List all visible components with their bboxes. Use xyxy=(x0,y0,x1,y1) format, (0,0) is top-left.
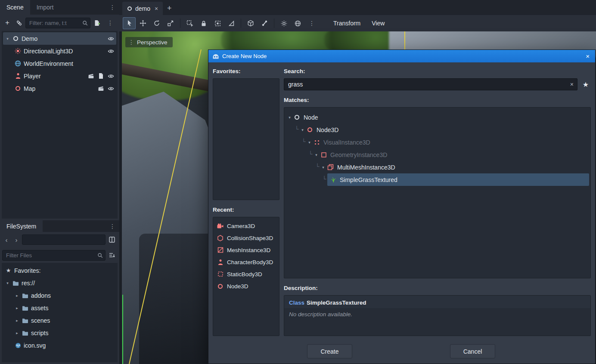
visibility-eye-icon[interactable] xyxy=(108,48,114,54)
fs-folder-assets[interactable]: ▸ assets xyxy=(2,302,118,314)
sort-files-icon[interactable] xyxy=(107,250,117,260)
dialog-titlebar[interactable]: Create New Node × xyxy=(208,50,595,62)
scene-node-demo[interactable]: ▾ Demo xyxy=(3,32,116,45)
recent-item-characterbody3d[interactable]: CharacterBody3D xyxy=(213,256,279,268)
filter-files-input[interactable] xyxy=(2,250,106,261)
perspective-menu[interactable]: ⋮ Perspective xyxy=(125,37,173,47)
multimesh-instance-icon xyxy=(327,164,334,170)
add-scene-tab-button[interactable]: + xyxy=(163,2,176,15)
group-button[interactable] xyxy=(211,17,224,29)
tab-import[interactable]: Import xyxy=(30,0,60,15)
match-visualinstance3d[interactable]: └ ▾ VisualInstance3D xyxy=(284,136,590,148)
match-node[interactable]: ▾ Node xyxy=(284,111,590,123)
scene-tab-demo[interactable]: demo × xyxy=(122,2,163,15)
chevron-down-icon[interactable]: ▾ xyxy=(314,153,319,157)
select-mode-button[interactable] xyxy=(123,17,136,29)
scene-node-label: Map xyxy=(24,85,35,92)
grass-icon xyxy=(330,176,336,183)
movie-clapper-icon[interactable] xyxy=(98,85,104,92)
transform-menu[interactable]: Transform xyxy=(328,20,366,27)
scene-toolbar-menu-icon[interactable]: ⋮ xyxy=(103,19,117,26)
scene-dock-menu-icon[interactable]: ⋮ xyxy=(106,0,119,15)
recent-item-camera3d[interactable]: Camera3D xyxy=(213,220,279,232)
toggle-favorite-button[interactable]: ★ xyxy=(580,78,591,90)
fs-res-root[interactable]: ▾ res:// xyxy=(2,277,118,289)
script-icon[interactable] xyxy=(98,73,104,79)
chevron-down-icon[interactable]: ▾ xyxy=(320,165,326,170)
recent-item-node3d[interactable]: Node3D xyxy=(213,280,279,292)
favorites-list[interactable] xyxy=(213,78,279,200)
add-node-button[interactable]: + xyxy=(2,18,12,28)
match-geometryinstance3d[interactable]: └ ▾ GeometryInstance3D xyxy=(284,148,590,161)
character-body-icon xyxy=(15,73,21,79)
character-body-icon xyxy=(217,259,224,265)
view-menu[interactable]: View xyxy=(366,20,390,27)
create-button[interactable]: Create xyxy=(307,344,352,358)
chevron-down-icon[interactable]: ▾ xyxy=(300,128,305,132)
match-node3d[interactable]: └ ▾ Node3D xyxy=(284,123,590,136)
recent-item-meshinstance3d[interactable]: MeshInstance3D xyxy=(213,244,279,256)
tree-corner-line: └ xyxy=(294,126,300,132)
node-search-input[interactable] xyxy=(284,78,577,90)
fs-folder-addons[interactable]: ▸ addons xyxy=(2,289,118,302)
chevron-down-icon[interactable]: ▾ xyxy=(307,140,312,145)
move-mode-button[interactable] xyxy=(137,17,149,29)
visibility-eye-icon[interactable] xyxy=(108,73,114,79)
chevron-down-icon[interactable]: ▾ xyxy=(287,115,292,120)
chevron-right-icon[interactable]: ▸ xyxy=(15,331,19,335)
filesystem-menu-icon[interactable]: ⋮ xyxy=(106,220,119,232)
match-multimeshinstance3d[interactable]: └ ▾ MultiMeshInstance3D xyxy=(284,161,590,173)
movie-clapper-icon[interactable] xyxy=(88,73,94,79)
scene-filter-input[interactable] xyxy=(25,18,90,28)
visibility-eye-icon[interactable] xyxy=(108,85,114,92)
scene-node-player[interactable]: Player xyxy=(2,70,118,82)
spatial-toolbar: ⋮ Transform View xyxy=(119,15,596,31)
scene-node-directionallight3d[interactable]: DirectionalLight3D xyxy=(2,45,118,57)
sun-settings-button[interactable] xyxy=(277,17,290,29)
split-view-icon[interactable] xyxy=(107,234,117,245)
chevron-down-icon[interactable]: ▾ xyxy=(5,37,10,41)
fs-folder-scripts[interactable]: ▸ scripts xyxy=(2,327,118,339)
chevron-down-icon[interactable]: ▾ xyxy=(5,281,10,285)
forward-button[interactable]: › xyxy=(12,235,21,244)
tab-scene[interactable]: Scene xyxy=(0,0,30,15)
godot-icon xyxy=(212,53,219,60)
close-dialog-icon[interactable]: × xyxy=(584,52,591,60)
mesh-tools-button[interactable] xyxy=(244,17,257,29)
scene-node-map[interactable]: Map xyxy=(2,82,118,95)
rotate-mode-button[interactable] xyxy=(150,17,163,29)
scale-mode-button[interactable] xyxy=(164,17,177,29)
tab-filesystem[interactable]: FileSystem xyxy=(0,220,43,232)
path-field[interactable] xyxy=(22,234,106,245)
instantiate-scene-button[interactable] xyxy=(14,18,24,28)
search-icon xyxy=(97,253,103,258)
scene-node-worldenvironment[interactable]: WorldEnvironment xyxy=(2,57,118,70)
environment-settings-button[interactable] xyxy=(291,17,304,29)
close-tab-icon[interactable]: × xyxy=(155,5,158,12)
chevron-right-icon[interactable]: ▸ xyxy=(15,293,19,298)
viewport-extra-menu-icon[interactable]: ⋮ xyxy=(305,20,319,27)
class-link[interactable]: Class xyxy=(289,299,304,306)
skeleton-tools-button[interactable] xyxy=(258,17,271,29)
ruler-button[interactable] xyxy=(225,17,238,29)
clear-search-icon[interactable]: × xyxy=(570,81,574,88)
attach-script-button[interactable] xyxy=(92,18,102,28)
cancel-button[interactable]: Cancel xyxy=(450,344,495,358)
visibility-eye-icon[interactable] xyxy=(108,35,114,42)
fs-folder-scenes[interactable]: ▸ scenes xyxy=(2,314,118,327)
viewport-menu-icon: ⋮ xyxy=(128,39,134,46)
chevron-right-icon[interactable]: ▸ xyxy=(15,306,19,310)
match-simplegrasstextured[interactable]: └ SimpleGrassTextured xyxy=(284,173,590,186)
fs-favorites[interactable]: ★ Favorites: xyxy=(2,264,118,277)
cursor-arrow-icon xyxy=(126,20,133,27)
recent-item-collisionshape3d[interactable]: CollisionShape3D xyxy=(213,232,279,244)
chevron-right-icon[interactable]: ▸ xyxy=(15,318,19,323)
lock-button[interactable] xyxy=(197,17,210,29)
scale-icon xyxy=(167,20,174,27)
node3d-icon xyxy=(307,126,313,133)
back-button[interactable]: ‹ xyxy=(2,235,11,244)
selection-list-button[interactable] xyxy=(183,17,196,29)
node-icon xyxy=(127,6,132,11)
fs-file-icon-svg[interactable]: icon.svg xyxy=(2,339,118,352)
recent-item-staticbody3d[interactable]: StaticBody3D xyxy=(213,268,279,280)
